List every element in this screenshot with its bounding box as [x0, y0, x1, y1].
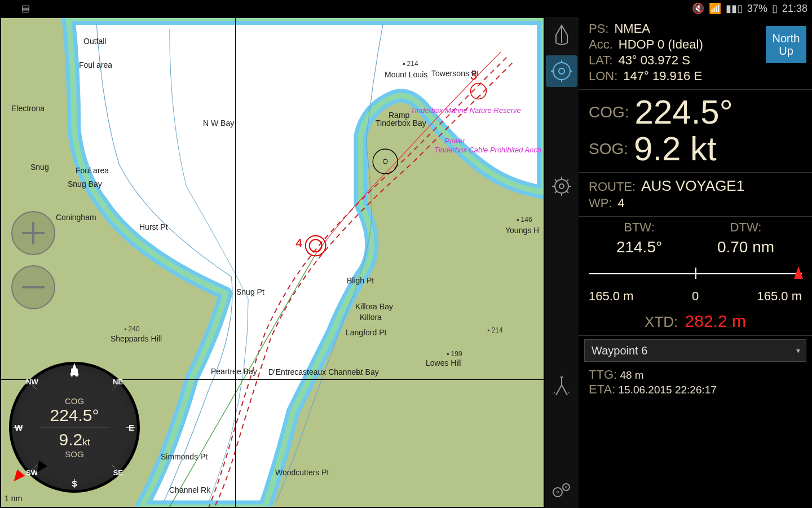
android-status-bar: ▤ 🔇 📶 ▮▮▯ 37% ▯ 21:38: [0, 0, 812, 17]
svg-line-23: [566, 191, 568, 193]
wp-value: 4: [618, 196, 625, 211]
svg-point-28: [563, 484, 570, 491]
acc-value: HDOP 0 (Ideal): [619, 37, 703, 52]
route-icon: [551, 375, 572, 397]
svg-point-0: [373, 149, 398, 174]
cog-value: 224.5°: [635, 94, 733, 130]
place-youngs: Youngs H: [505, 226, 539, 235]
eta-block: TTG: 48 m ETA: 15.06.2015 22:26:17: [579, 365, 812, 401]
compass-ne: NE: [113, 378, 123, 386]
place-killora: Killora: [360, 313, 382, 322]
ps-label: PS:: [589, 21, 608, 36]
place-simmonds-pt: Simmonds Pt: [161, 452, 208, 461]
place-foul-area-1: Foul area: [79, 60, 112, 69]
signal-icon: ▮▮▯: [726, 2, 743, 15]
tool-wheel-button[interactable]: [546, 170, 577, 202]
data-panel: North Up PS:NMEA Acc.HDOP 0 (Ideal) LAT:…: [579, 17, 812, 508]
place-towersons-pt: Towersons Pt: [431, 69, 479, 78]
svg-point-30: [566, 487, 567, 488]
place-foul-area-2: Foul area: [76, 166, 109, 175]
svg-point-17: [559, 184, 564, 189]
route-value: AUS VOYAGE1: [641, 177, 744, 195]
lon-value: 147° 19.916 E: [623, 69, 702, 84]
compass-nw: NW: [26, 378, 38, 386]
xtd-center: 0: [692, 289, 699, 304]
height-214: ▪ 214: [403, 60, 418, 68]
xtd-left: 165.0 m: [589, 289, 634, 304]
svg-point-1: [383, 159, 387, 164]
acc-label: Acc.: [589, 37, 613, 52]
svg-line-25: [555, 191, 557, 193]
place-electrona: Electrona: [11, 104, 45, 113]
place-peartree-bay: Peartree Bay: [211, 367, 257, 376]
north-up-button[interactable]: North Up: [766, 26, 806, 63]
ship-icon: [552, 24, 571, 46]
compass-n: N: [70, 366, 78, 379]
waypoint-dropdown[interactable]: Waypoint 6 ▾: [584, 339, 806, 362]
place-outfall: Outfall: [83, 37, 106, 46]
lat-value: 43° 03.972 S: [618, 53, 690, 68]
svg-line-22: [555, 179, 557, 182]
xtd-label: XTD:: [645, 313, 678, 330]
tool-compass-button[interactable]: [546, 55, 577, 87]
clock: 21:38: [782, 3, 807, 15]
place-hurst-pt: Hurst Pt: [139, 222, 168, 231]
xtd-value: 282.2 m: [685, 312, 746, 330]
cogsog-block: COG:224.5° SOG:9.2 kt: [579, 90, 812, 173]
place-power: Power: [444, 137, 465, 145]
place-snug: Snug: [30, 163, 49, 172]
ttg-label: TTG:: [589, 367, 617, 382]
place-mount-louis: Mount Louis: [385, 70, 427, 79]
place-coningham: Coningham: [56, 213, 96, 222]
nautical-chart[interactable]: 3 4 Outfall Foul area Electrona Snug Fou…: [0, 17, 545, 508]
cog-label: COG:: [589, 103, 629, 121]
compass-e: E: [129, 423, 134, 432]
tool-settings-button[interactable]: [546, 474, 577, 506]
compass-readout: COG 224.5° 9.2kt SOG: [29, 396, 120, 459]
route-block: ROUTE:AUS VOYAGE1 WP:4: [579, 173, 812, 217]
tool-ship-button[interactable]: [546, 19, 577, 51]
xtd-slider: [589, 264, 802, 286]
battery-text: 37%: [747, 3, 767, 15]
ttg-value: 48 m: [620, 369, 643, 381]
compass-rose[interactable]: N S E W NE NW SE SW COG 224.5° 9.2kt SOG: [9, 362, 140, 493]
zoom-in-button[interactable]: [11, 211, 55, 255]
place-lowes-hill: Lowes Hill: [426, 358, 462, 367]
dropdown-selected: Waypoint 6: [592, 344, 647, 357]
app-icon: ▤: [21, 3, 30, 14]
place-snug-bay: Snug Bay: [68, 179, 102, 189]
svg-point-15: [559, 68, 564, 74]
boat-marker-icon: [794, 266, 803, 279]
place-channel-rk: Channel Rk: [169, 485, 210, 494]
place-snug-pt: Snug Pt: [236, 287, 264, 296]
height-199: ▪ 199: [447, 350, 462, 358]
bearing-block: BTW:214.5° DTW:0.70 nm 165.0 m 0 165.0 m…: [579, 217, 812, 336]
chevron-down-icon: ▾: [796, 346, 800, 355]
crosshair-vertical: [235, 18, 236, 507]
xtd-right: 165.0 m: [757, 289, 802, 304]
gears-icon: [550, 480, 573, 500]
lon-label: LON:: [589, 69, 617, 84]
place-langford-pt: Langford Pt: [346, 328, 386, 337]
lat-label: LAT:: [589, 53, 612, 68]
svg-point-14: [553, 63, 570, 80]
sog-label: SOG:: [589, 140, 628, 158]
height-240: ▪ 240: [124, 325, 140, 333]
mute-icon: 🔇: [692, 2, 704, 15]
zoom-out-button[interactable]: [11, 265, 55, 309]
wheel-icon: [551, 176, 572, 197]
scale-bar-label: 1 nm: [5, 494, 22, 503]
route-label: ROUTE:: [589, 179, 636, 194]
compass-s: S: [72, 479, 77, 488]
btw-value: 214.5°: [616, 238, 662, 256]
place-dentrecasteaux: D'Entrecasteaux Channel: [268, 367, 358, 376]
place-reserve: Tinderbox Marine Nature Reserve: [411, 106, 521, 115]
tool-route-button[interactable]: [546, 370, 577, 402]
waypoint-4-marker: 4: [295, 236, 302, 251]
place-bligh-pt: Bligh Pt: [347, 276, 374, 285]
compass-w: W: [15, 423, 23, 432]
ps-value: NMEA: [614, 21, 650, 36]
height-146: ▪ 146: [517, 216, 532, 224]
svg-line-24: [566, 179, 568, 182]
wp-label: WP:: [589, 196, 612, 211]
